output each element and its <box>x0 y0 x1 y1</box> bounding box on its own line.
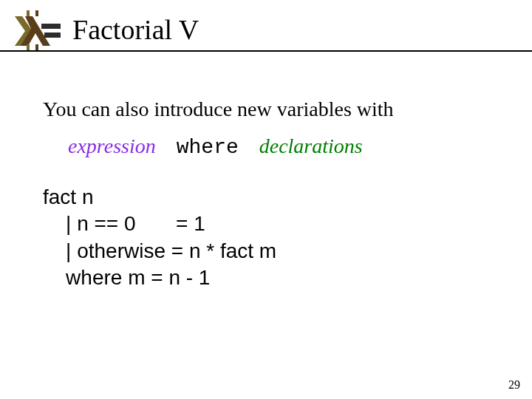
code-line: where m = n - 1 <box>43 265 501 291</box>
svg-rect-0 <box>27 10 30 16</box>
code-block: fact n | n == 0 = 1 | otherwise = n * fa… <box>43 184 501 292</box>
svg-rect-1 <box>35 10 38 16</box>
slide-body: You can also introduce new variables wit… <box>43 98 501 292</box>
syntax-line: expression where declarations <box>68 134 501 159</box>
haskell-logo-icon <box>10 10 61 50</box>
title-underline <box>0 50 532 52</box>
code-line: | n == 0 = 1 <box>43 211 501 237</box>
slide: Factorial V You can also introduce new v… <box>0 0 532 399</box>
page-number: 29 <box>508 378 520 392</box>
code-line: fact n <box>43 184 501 211</box>
intro-text: You can also introduce new variables wit… <box>43 98 501 121</box>
declarations-term: declarations <box>259 134 363 157</box>
where-keyword: where <box>177 136 239 159</box>
expression-term: expression <box>68 134 156 157</box>
svg-rect-7 <box>35 44 38 50</box>
slide-title: Factorial V <box>72 13 199 46</box>
svg-rect-5 <box>44 33 61 38</box>
svg-rect-6 <box>27 44 30 50</box>
code-line: | otherwise = n * fact m <box>43 238 501 265</box>
svg-rect-4 <box>41 24 61 29</box>
